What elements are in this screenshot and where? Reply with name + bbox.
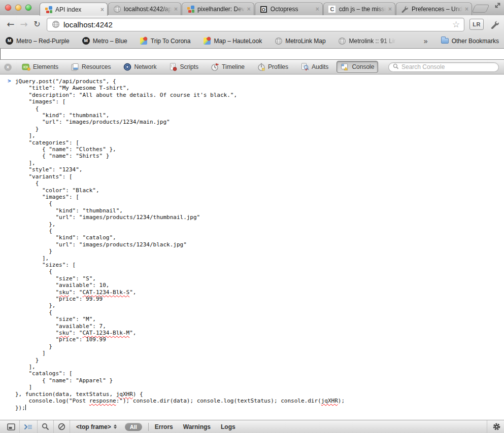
nav-toolbar: ← → ↻ localhost:4242 ☆ LR [0,15,504,33]
globe-icon [274,37,283,45]
console-input-line: "kind": "thumbnail", [15,207,504,214]
devtools-tab-console[interactable]: Console [337,61,378,73]
statusbar-search-icon[interactable] [38,420,54,433]
console-input-line: { "name": "Apparel" } [15,377,504,384]
bookmarks-bar: MMetro – Red-PurpleMMetro – BlueTrip To … [0,33,504,49]
filter-all-button[interactable]: All [125,423,142,431]
cdnjs-icon: C [328,5,337,13]
bookmark-label: MetroLink Map [285,38,325,45]
console-search-field[interactable] [388,62,499,72]
tab-preferences-und[interactable]: Preferences – Und× [396,3,472,15]
filter-logs[interactable]: Logs [221,423,236,430]
other-bookmarks-folder[interactable]: Other Bookmarks [441,37,499,46]
minimize-window-button[interactable] [15,5,21,11]
bookmark-star-icon[interactable]: ☆ [452,19,460,29]
search-icon [393,62,399,71]
metro-icon: M [5,37,14,45]
bookmark-map-hautelook[interactable]: Map – HauteLook [203,37,262,45]
console-input-line: "sizes": [ [15,262,504,268]
console-drawer-button[interactable] [20,420,38,433]
filter-errors[interactable]: Errors [155,423,173,430]
console-input-line: "url": "images/products/1234/thumbnail.j… [15,214,504,221]
tab-octopress[interactable]: OOctopress× [255,3,323,15]
console-input-line: "sku": "CAT-1234-Blk-S", [15,289,504,296]
new-tab-button[interactable] [472,5,489,13]
tab-close-icon[interactable]: × [247,6,251,12]
panel-label: Elements [33,63,58,70]
console-input-line: { [15,105,504,112]
wrench-menu-button[interactable] [489,19,500,30]
console-input-line: } [15,343,504,350]
livereload-extension-button[interactable]: LR [469,19,484,30]
console-input-line: "variants": [ [15,173,504,180]
console-input-line: }, [15,221,504,228]
filter-warnings[interactable]: Warnings [183,423,211,430]
bookmark-trip-to-corona[interactable]: Trip To Corona [140,37,191,45]
scripts-panel-icon: {} [169,63,177,71]
profiles-panel-icon [257,63,265,71]
resources-panel-icon [71,63,79,71]
frame-selector[interactable]: <top frame> [76,423,117,430]
devtools-close-icon[interactable]: × [4,63,12,71]
console-input-line: "url": "images/products/1234/main.jpg" [15,119,504,125]
panel-label: Network [134,63,156,70]
zoom-window-button[interactable] [25,5,31,11]
timeline-panel-icon [211,63,219,71]
console-input[interactable]: > jQuery.post("/api/products", { "title"… [0,75,504,420]
clear-console-icon[interactable] [54,420,70,433]
console-input-line: "size": "S", [15,275,504,282]
tab-cdn-js-the-missi[interactable]: Ccdn js – the missi× [323,3,395,15]
filter-strip: ErrorsWarningsLogs [155,423,246,430]
tab-close-icon[interactable]: × [388,6,392,12]
bookmark-metrolink-map[interactable]: MetroLink Map [274,37,325,45]
bookmark-metro-red-purple[interactable]: MMetro – Red-Purple [5,37,70,45]
tab-api-index[interactable]: API index× [40,3,108,16]
window-titlebar: API index×localhost:4242/ap×pixelhandler… [0,0,504,15]
console-input-line: "kind": "thumbnail", [15,112,504,119]
tab-close-icon[interactable]: × [100,7,104,13]
devtools-tab-scripts[interactable]: {}Scripts [164,61,203,73]
bookmark-metrolink-91-line[interactable]: Metrolink :: 91 Line [338,37,396,45]
settings-gear-icon[interactable] [487,420,501,433]
tab-close-icon[interactable]: × [465,6,468,12]
bookmark-metro-blue[interactable]: MMetro – Blue [82,37,127,45]
console-input-line: }, [15,302,504,309]
devtools-tab-profiles[interactable]: Profiles [253,61,292,73]
search-input[interactable] [401,63,494,70]
dock-to-window-button[interactable] [3,420,20,433]
console-prompt-icon: > [8,78,11,85]
fullscreen-icon[interactable] [494,2,502,10]
console-input-line: ], [15,132,504,139]
select-arrows-icon [114,424,117,429]
panel-label: Console [352,63,374,70]
devtools-tab-resources[interactable]: Resources [66,61,115,73]
devtools-panel-strip: <>ElementsResourcesNetwork{}ScriptsTimel… [18,61,378,73]
console-input-line: jQuery.post("/api/products", { [15,78,504,85]
console-input-line: console.log("Post resposne:"); console.d… [15,398,504,404]
traffic-lights [5,5,31,11]
console-input-line: { [15,200,504,207]
close-window-button[interactable] [5,5,11,11]
devtools-tab-audits[interactable]: Audits [296,61,332,73]
reload-button[interactable]: ↻ [30,18,44,31]
forward-button[interactable]: → [17,18,30,31]
devtools-tab-elements[interactable]: <>Elements [18,61,62,73]
devtools-tab-network[interactable]: Network [119,61,160,73]
address-bar[interactable]: localhost:4242 ☆ [47,18,464,31]
divider [148,423,149,431]
globe-icon [51,20,60,28]
tab-pixelhandler-dev[interactable]: pixelhandler: Dev× [182,3,254,15]
tab-label: localhost:4242/ap [124,6,172,13]
tab-strip: API index×localhost:4242/ap×pixelhandler… [40,3,473,15]
console-input-line: { "name": "Clothes" }, [15,146,504,153]
console-input-line: } [15,248,504,255]
tab-close-icon[interactable]: × [174,6,178,12]
console-input-line: "sku": "CAT-1234-Blk-M", [15,330,504,336]
back-button[interactable]: ← [4,18,17,31]
tab-localhost-4242-ap[interactable]: localhost:4242/ap× [108,3,181,15]
bookmarks-overflow-chevron[interactable]: » [424,37,428,45]
console-input-line: ] [15,350,504,356]
tab-close-icon[interactable]: × [316,6,319,12]
devtools-tab-timeline[interactable]: Timeline [207,61,249,73]
folder-icon [441,37,449,46]
